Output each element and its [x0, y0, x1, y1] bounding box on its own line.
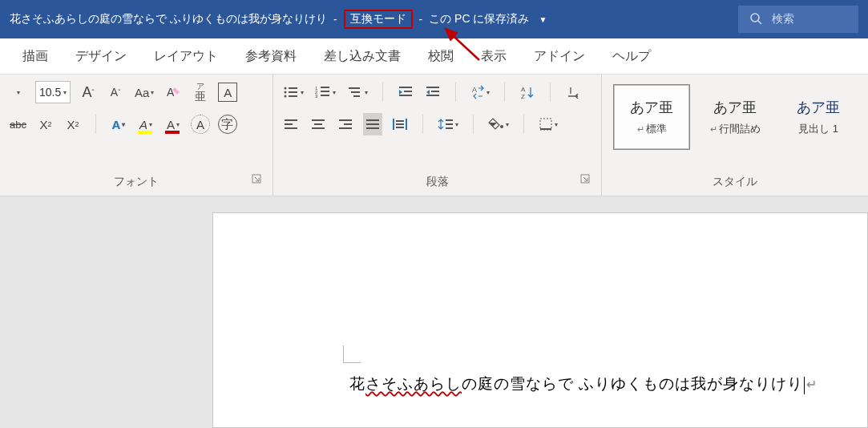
align-right-button[interactable] [336, 113, 355, 135]
justify-button[interactable] [363, 113, 382, 135]
decrease-indent-button[interactable] [396, 81, 415, 103]
save-status: この PC に保存済み [429, 12, 529, 26]
enclose-characters-button[interactable]: 字 [218, 115, 237, 134]
document-title: 花さそふあらしの庭の雪ならで ふりゆくものは我が身なりけり [10, 12, 327, 26]
align-center-button[interactable] [309, 113, 328, 135]
svg-rect-43 [396, 123, 404, 125]
svg-rect-32 [314, 123, 322, 125]
borders-button[interactable]: ▾ [537, 113, 559, 135]
svg-rect-42 [396, 120, 404, 122]
text-effects-button[interactable]: A▾ [109, 113, 128, 135]
shrink-font-button[interactable]: Aˇ [106, 81, 125, 103]
bullets-button[interactable]: ▾ [281, 81, 305, 103]
highlight-button[interactable]: A▾ [136, 113, 155, 135]
svg-rect-21 [399, 95, 412, 96]
svg-rect-51 [540, 128, 551, 130]
separator [473, 115, 474, 134]
svg-rect-37 [366, 119, 379, 121]
text-direction-button[interactable]: A▾ [469, 81, 491, 103]
style-normal[interactable]: あア亜 ↵標準 [613, 84, 690, 150]
separator [550, 83, 551, 102]
show-marks-button[interactable] [563, 81, 583, 103]
tab-view[interactable]: 表示 [481, 48, 507, 65]
tab-draw[interactable]: 描画 [22, 48, 48, 65]
distributed-button[interactable] [390, 113, 410, 135]
multilevel-list-button[interactable]: ▾ [345, 81, 369, 103]
margin-corner-icon [343, 345, 361, 363]
svg-rect-19 [399, 87, 412, 88]
search-placeholder: 検索 [772, 12, 794, 26]
text-cursor [804, 377, 805, 394]
tab-review[interactable]: 校閲 [428, 48, 454, 65]
separator [95, 115, 96, 134]
group-font-label: フォント [8, 172, 264, 191]
separator [504, 83, 505, 102]
line-spacing-button[interactable]: ▾ [436, 113, 460, 135]
tab-help[interactable]: ヘルプ [612, 48, 651, 65]
svg-rect-18 [353, 95, 360, 97]
svg-point-48 [500, 125, 503, 128]
compatibility-mode-badge: 互換モード [344, 10, 413, 29]
tab-references[interactable]: 参考資料 [245, 48, 297, 65]
svg-rect-41 [406, 119, 407, 130]
svg-rect-24 [426, 95, 439, 96]
font-dialog-launcher[interactable] [252, 174, 261, 186]
document-body-text[interactable]: 花さそふあらしの庭の雪ならで ふりゆくものは我が身なりけり↵ [349, 373, 818, 394]
tab-design[interactable]: デザイン [75, 48, 127, 65]
document-page[interactable]: 花さそふあらしの庭の雪ならで ふりゆくものは我が身なりけり↵ [212, 212, 868, 428]
tab-addins[interactable]: アドイン [534, 48, 585, 65]
svg-rect-5 [289, 87, 297, 89]
svg-rect-44 [396, 127, 404, 128]
search-box[interactable]: 検索 [738, 6, 858, 33]
svg-rect-23 [431, 91, 439, 92]
character-border-button[interactable]: A [218, 83, 237, 102]
svg-rect-46 [446, 123, 453, 125]
svg-text:Z: Z [521, 93, 525, 99]
paragraph-dialog-launcher[interactable] [580, 174, 590, 186]
separator: - [419, 13, 423, 26]
grow-font-button[interactable]: Aˆ [79, 81, 98, 103]
sort-button[interactable]: AZ [518, 81, 537, 103]
title-bar: 花さそふあらしの庭の雪ならで ふりゆくものは我が身なりけり - 互換モード - … [0, 0, 868, 38]
svg-rect-13 [321, 91, 329, 92]
svg-rect-35 [344, 123, 352, 125]
style-heading-1[interactable]: あア亜 見出し 1 [780, 84, 857, 150]
clear-formatting-button[interactable]: A [164, 81, 183, 103]
svg-point-8 [285, 95, 287, 98]
svg-line-1 [758, 21, 761, 24]
group-styles-label: スタイル [610, 172, 860, 191]
svg-rect-39 [366, 127, 379, 129]
strikethrough-button[interactable]: abc [8, 113, 28, 135]
subscript-button[interactable]: X2 [36, 113, 55, 135]
style-no-spacing[interactable]: あア亜 ↵行間詰め [696, 84, 773, 150]
separator [523, 115, 524, 134]
font-color-button[interactable]: A▾ [164, 113, 183, 135]
save-status-dropdown-icon[interactable]: ▼ [539, 15, 547, 24]
tab-mailings[interactable]: 差し込み文書 [324, 48, 401, 65]
svg-rect-31 [312, 119, 325, 121]
svg-point-6 [285, 91, 287, 94]
separator [422, 115, 423, 134]
font-name-dropdown-icon[interactable]: ▾ [8, 81, 27, 103]
svg-text:A: A [521, 86, 526, 93]
svg-rect-16 [349, 87, 360, 89]
svg-rect-33 [312, 127, 325, 129]
svg-rect-29 [285, 123, 293, 125]
align-left-button[interactable] [281, 113, 301, 135]
tab-layout[interactable]: レイアウト [154, 48, 218, 65]
group-paragraph-label: 段落 [281, 172, 593, 191]
increase-indent-button[interactable] [423, 81, 442, 103]
superscript-button[interactable]: X2 [63, 113, 83, 135]
change-case-button[interactable]: Aa▾ [133, 81, 155, 103]
numbering-button[interactable]: 123▾ [313, 81, 337, 103]
svg-point-0 [751, 14, 759, 22]
svg-rect-22 [426, 87, 439, 88]
phonetic-guide-button[interactable]: ア亜 [191, 81, 210, 103]
group-font: ▾ 10.5▾ Aˆ Aˇ Aa▾ A ア亜 A abc X2 X2 A▾ A▾ [0, 75, 273, 196]
svg-rect-45 [446, 119, 453, 121]
svg-rect-40 [393, 119, 394, 130]
shading-button[interactable]: ▾ [486, 113, 511, 135]
group-styles: あア亜 ↵標準 あア亜 ↵行間詰め あア亜 見出し 1 スタイル [601, 75, 868, 196]
character-shading-button[interactable]: A [191, 115, 210, 134]
font-size-input[interactable]: 10.5▾ [35, 81, 71, 103]
